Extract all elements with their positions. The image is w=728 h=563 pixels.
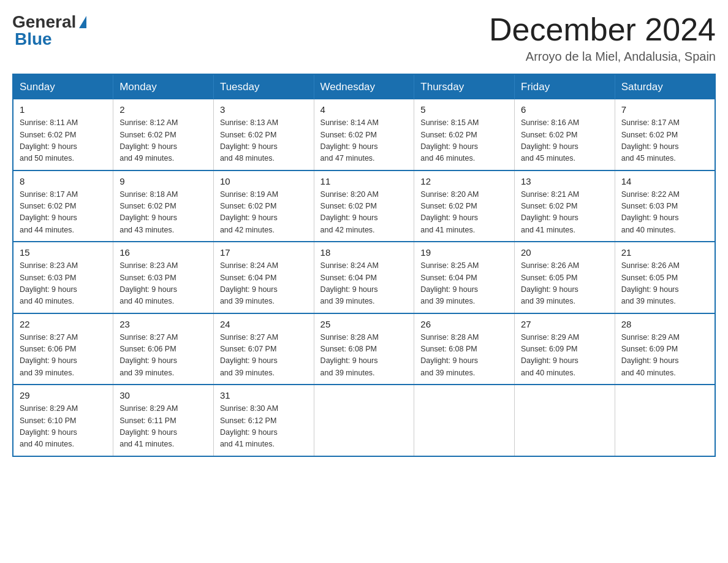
- day-info-9: Sunrise: 8:18 AM Sunset: 6:02 PM Dayligh…: [119, 189, 207, 237]
- title-section: December 2024 Arroyo de la Miel, Andalus…: [489, 12, 716, 64]
- calendar-week-3: 15Sunrise: 8:23 AM Sunset: 6:03 PM Dayli…: [13, 242, 715, 313]
- calendar-day-29: 29Sunrise: 8:29 AM Sunset: 6:10 PM Dayli…: [13, 385, 113, 456]
- calendar-day-1: 1Sunrise: 8:11 AM Sunset: 6:02 PM Daylig…: [13, 99, 113, 170]
- calendar-day-16: 16Sunrise: 8:23 AM Sunset: 6:03 PM Dayli…: [113, 242, 214, 313]
- day-info-22: Sunrise: 8:27 AM Sunset: 6:06 PM Dayligh…: [20, 332, 107, 380]
- day-number-10: 10: [220, 176, 308, 186]
- calendar-day-14: 14Sunrise: 8:22 AM Sunset: 6:03 PM Dayli…: [615, 170, 715, 242]
- day-info-5: Sunrise: 8:15 AM Sunset: 6:02 PM Dayligh…: [420, 117, 508, 165]
- calendar-day-5: 5Sunrise: 8:15 AM Sunset: 6:02 PM Daylig…: [414, 99, 515, 170]
- calendar-day-19: 19Sunrise: 8:25 AM Sunset: 6:04 PM Dayli…: [414, 242, 515, 313]
- day-info-25: Sunrise: 8:28 AM Sunset: 6:08 PM Dayligh…: [320, 332, 408, 380]
- day-info-27: Sunrise: 8:29 AM Sunset: 6:09 PM Dayligh…: [521, 332, 609, 380]
- calendar-day-3: 3Sunrise: 8:13 AM Sunset: 6:02 PM Daylig…: [213, 99, 314, 170]
- calendar-table: SundayMondayTuesdayWednesdayThursdayFrid…: [12, 74, 716, 457]
- col-header-wednesday: Wednesday: [314, 74, 414, 99]
- month-title: December 2024: [489, 12, 716, 47]
- day-number-13: 13: [521, 176, 609, 186]
- calendar-day-25: 25Sunrise: 8:28 AM Sunset: 6:08 PM Dayli…: [314, 313, 414, 385]
- calendar-day-15: 15Sunrise: 8:23 AM Sunset: 6:03 PM Dayli…: [13, 242, 113, 313]
- col-header-sunday: Sunday: [13, 74, 113, 99]
- day-number-23: 23: [119, 319, 207, 329]
- day-info-29: Sunrise: 8:29 AM Sunset: 6:10 PM Dayligh…: [20, 403, 107, 451]
- col-header-monday: Monday: [113, 74, 214, 99]
- calendar-week-2: 8Sunrise: 8:17 AM Sunset: 6:02 PM Daylig…: [13, 170, 715, 242]
- calendar-week-4: 22Sunrise: 8:27 AM Sunset: 6:06 PM Dayli…: [13, 313, 715, 385]
- calendar-day-22: 22Sunrise: 8:27 AM Sunset: 6:06 PM Dayli…: [13, 313, 113, 385]
- day-number-14: 14: [621, 176, 708, 186]
- calendar-day-7: 7Sunrise: 8:17 AM Sunset: 6:02 PM Daylig…: [615, 99, 715, 170]
- location-text: Arroyo de la Miel, Andalusia, Spain: [489, 50, 716, 64]
- day-number-5: 5: [420, 104, 508, 115]
- day-info-16: Sunrise: 8:23 AM Sunset: 6:03 PM Dayligh…: [119, 260, 207, 308]
- logo: General Blue: [12, 12, 86, 49]
- day-info-7: Sunrise: 8:17 AM Sunset: 6:02 PM Dayligh…: [621, 117, 708, 165]
- day-number-1: 1: [20, 104, 107, 115]
- empty-cell: [314, 385, 414, 456]
- calendar-day-18: 18Sunrise: 8:24 AM Sunset: 6:04 PM Dayli…: [314, 242, 414, 313]
- empty-cell: [615, 385, 715, 456]
- day-info-4: Sunrise: 8:14 AM Sunset: 6:02 PM Dayligh…: [320, 117, 408, 165]
- day-number-22: 22: [20, 319, 107, 329]
- day-number-29: 29: [20, 390, 107, 400]
- day-number-7: 7: [621, 104, 708, 115]
- calendar-day-20: 20Sunrise: 8:26 AM Sunset: 6:05 PM Dayli…: [515, 242, 615, 313]
- col-header-thursday: Thursday: [414, 74, 515, 99]
- day-info-18: Sunrise: 8:24 AM Sunset: 6:04 PM Dayligh…: [320, 260, 408, 308]
- day-number-8: 8: [20, 176, 107, 186]
- day-number-19: 19: [420, 247, 508, 258]
- calendar-day-11: 11Sunrise: 8:20 AM Sunset: 6:02 PM Dayli…: [314, 170, 414, 242]
- day-number-12: 12: [420, 176, 508, 186]
- calendar-week-5: 29Sunrise: 8:29 AM Sunset: 6:10 PM Dayli…: [13, 385, 715, 456]
- calendar-day-27: 27Sunrise: 8:29 AM Sunset: 6:09 PM Dayli…: [515, 313, 615, 385]
- day-number-25: 25: [320, 319, 408, 329]
- day-number-4: 4: [320, 104, 408, 115]
- day-info-1: Sunrise: 8:11 AM Sunset: 6:02 PM Dayligh…: [20, 117, 107, 165]
- empty-cell: [414, 385, 515, 456]
- calendar-day-26: 26Sunrise: 8:28 AM Sunset: 6:08 PM Dayli…: [414, 313, 515, 385]
- logo-triangle-icon: [79, 16, 86, 28]
- empty-cell: [515, 385, 615, 456]
- day-number-3: 3: [220, 104, 308, 115]
- day-number-17: 17: [220, 247, 308, 258]
- calendar-day-2: 2Sunrise: 8:12 AM Sunset: 6:02 PM Daylig…: [113, 99, 214, 170]
- col-header-saturday: Saturday: [615, 74, 715, 99]
- day-number-9: 9: [119, 176, 207, 186]
- calendar-day-8: 8Sunrise: 8:17 AM Sunset: 6:02 PM Daylig…: [13, 170, 113, 242]
- day-number-6: 6: [521, 104, 609, 115]
- day-number-31: 31: [220, 390, 308, 400]
- page-header: General Blue December 2024 Arroyo de la …: [12, 12, 716, 64]
- day-number-20: 20: [521, 247, 609, 258]
- day-info-24: Sunrise: 8:27 AM Sunset: 6:07 PM Dayligh…: [220, 332, 308, 380]
- day-info-3: Sunrise: 8:13 AM Sunset: 6:02 PM Dayligh…: [220, 117, 308, 165]
- day-info-20: Sunrise: 8:26 AM Sunset: 6:05 PM Dayligh…: [521, 260, 609, 308]
- day-number-11: 11: [320, 176, 408, 186]
- day-info-26: Sunrise: 8:28 AM Sunset: 6:08 PM Dayligh…: [420, 332, 508, 380]
- day-info-15: Sunrise: 8:23 AM Sunset: 6:03 PM Dayligh…: [20, 260, 107, 308]
- day-number-16: 16: [119, 247, 207, 258]
- calendar-day-28: 28Sunrise: 8:29 AM Sunset: 6:09 PM Dayli…: [615, 313, 715, 385]
- day-info-14: Sunrise: 8:22 AM Sunset: 6:03 PM Dayligh…: [621, 189, 708, 237]
- calendar-day-21: 21Sunrise: 8:26 AM Sunset: 6:05 PM Dayli…: [615, 242, 715, 313]
- day-info-21: Sunrise: 8:26 AM Sunset: 6:05 PM Dayligh…: [621, 260, 708, 308]
- calendar-day-10: 10Sunrise: 8:19 AM Sunset: 6:02 PM Dayli…: [213, 170, 314, 242]
- calendar-day-30: 30Sunrise: 8:29 AM Sunset: 6:11 PM Dayli…: [113, 385, 214, 456]
- calendar-day-13: 13Sunrise: 8:21 AM Sunset: 6:02 PM Dayli…: [515, 170, 615, 242]
- day-info-11: Sunrise: 8:20 AM Sunset: 6:02 PM Dayligh…: [320, 189, 408, 237]
- calendar-day-9: 9Sunrise: 8:18 AM Sunset: 6:02 PM Daylig…: [113, 170, 214, 242]
- calendar-day-12: 12Sunrise: 8:20 AM Sunset: 6:02 PM Dayli…: [414, 170, 515, 242]
- day-number-30: 30: [119, 390, 207, 400]
- day-number-27: 27: [521, 319, 609, 329]
- day-info-8: Sunrise: 8:17 AM Sunset: 6:02 PM Dayligh…: [20, 189, 107, 237]
- day-info-31: Sunrise: 8:30 AM Sunset: 6:12 PM Dayligh…: [220, 403, 308, 451]
- day-number-28: 28: [621, 319, 708, 329]
- calendar-day-31: 31Sunrise: 8:30 AM Sunset: 6:12 PM Dayli…: [213, 385, 314, 456]
- calendar-day-23: 23Sunrise: 8:27 AM Sunset: 6:06 PM Dayli…: [113, 313, 214, 385]
- day-number-18: 18: [320, 247, 408, 258]
- day-number-21: 21: [621, 247, 708, 258]
- calendar-day-24: 24Sunrise: 8:27 AM Sunset: 6:07 PM Dayli…: [213, 313, 314, 385]
- col-header-tuesday: Tuesday: [213, 74, 314, 99]
- calendar-week-1: 1Sunrise: 8:11 AM Sunset: 6:02 PM Daylig…: [13, 99, 715, 170]
- col-header-friday: Friday: [515, 74, 615, 99]
- day-info-13: Sunrise: 8:21 AM Sunset: 6:02 PM Dayligh…: [521, 189, 609, 237]
